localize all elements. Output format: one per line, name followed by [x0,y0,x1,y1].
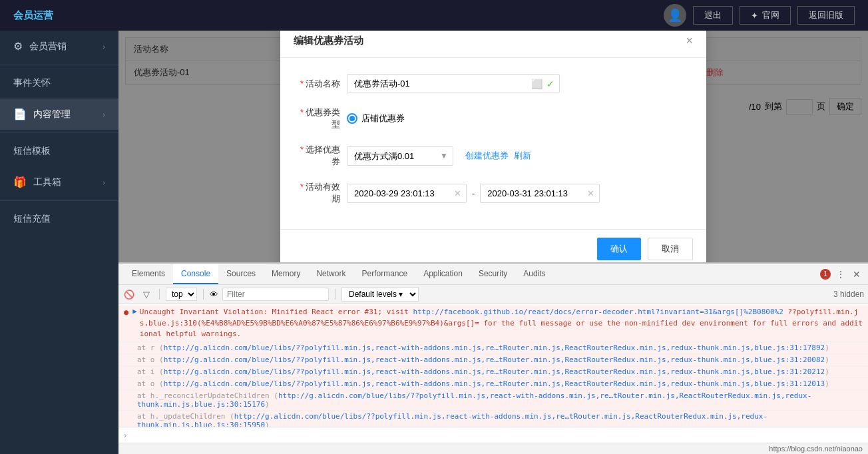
modal-close-button[interactable]: × [686,34,693,48]
level-select[interactable]: Default levels ▾ [341,287,419,302]
date-separator: - [472,188,475,198]
activity-name-input[interactable] [347,74,560,93]
edit-modal: 编辑优惠券活动 × *活动名称 [280,31,706,262]
official-button[interactable]: ✦ 官网 [740,6,791,25]
end-date-input[interactable] [480,184,600,203]
at-text-o2: at o (http://g.alicdn.com/blue/libs/??po… [124,379,829,388]
form-label-validity: *活动有效期 [294,181,347,205]
expand-icon[interactable]: ▶ [132,307,137,316]
hidden-count: 3 hidden [833,290,864,299]
at-text-reconciler: at h._reconcilerUpdateChildren (http://g… [124,391,863,409]
gear-icon: ⚙ [13,40,23,53]
sidebar-label-toolbox: 工具箱 [33,176,61,188]
check-icon[interactable]: ✓ [546,79,554,89]
create-coupon-link[interactable]: 创建优惠券 [465,150,509,162]
settings-icon[interactable]: ⋮ [835,268,847,280]
start-date-input[interactable] [347,184,467,203]
toolbar-sep-1 [159,289,160,300]
sidebar-item-member-marketing[interactable]: ⚙ 会员营销 › [0,31,118,62]
prompt-icon: › [124,430,126,440]
sidebar-divider-3 [0,200,118,201]
at-link-i[interactable]: http://g.alicdn.com/blue/libs/??polyfill… [164,367,825,376]
form-row-validity: *活动有效期 ✕ - [294,181,693,205]
toolbar-sep-3 [335,289,335,300]
console-error-main: ● ▶ Uncaught Invariant Violation: Minifi… [118,306,868,342]
ban-icon[interactable]: 🚫 [122,288,136,301]
modal-body: *活动名称 ⬜ ✓ [280,58,706,229]
tab-performance[interactable]: Performance [353,264,415,284]
close-devtools-icon[interactable]: ✕ [851,268,863,280]
at-link-r[interactable]: http://g.alicdn.com/blue/libs/??polyfill… [164,343,825,352]
console-filter-input[interactable] [222,288,329,301]
coupon-type-radio-group: 店铺优惠券 [347,113,405,124]
sidebar-item-toolbox[interactable]: 🎁 工具箱 › [0,166,118,198]
eye-toggle[interactable]: 👁 [210,290,218,300]
sidebar-label-content-management: 内容管理 [33,109,71,120]
status-bar: https://blog.csdn.net/niaonao [118,443,868,454]
modal-footer: 确认 取消 [280,229,706,262]
sidebar-item-event-care[interactable]: 事件关怀 [0,68,118,99]
at-link-o1[interactable]: http://g.alicdn.com/blue/libs/??polyfill… [164,355,825,364]
sidebar-label-member-marketing: 会员营销 [29,41,67,53]
old-version-button[interactable]: 返回旧版 [797,6,855,25]
chevron-right-icon-3: › [103,178,105,186]
sidebar-item-content-management[interactable]: 📄 内容管理 › [0,99,118,130]
compass-icon: ✦ [751,11,758,21]
at-link-updatechildren[interactable]: http://g.alicdn.com/blue/libs/??polyfill… [137,412,767,427]
chevron-right-icon: › [103,43,105,51]
end-date-wrap: ✕ [480,184,600,203]
top-bar: 会员运营 👤 退出 ✦ 官网 返回旧版 [0,0,868,31]
error-badge: 1 [820,269,831,280]
error-link[interactable]: http://facebook.github.io/react/docs/err… [413,308,783,316]
radio-store-coupon[interactable] [347,113,357,124]
copy-icon[interactable]: ⬜ [531,79,542,89]
sidebar-divider-2 [0,132,118,133]
avatar: 👤 [664,4,686,27]
modal-header: 编辑优惠券活动 × [280,31,706,58]
content-area: 活动名称 关联优惠券 活动状态 操作 优惠券活动-01 优惠方式 [118,31,868,262]
error-count: 1 [820,269,831,280]
gift-icon: 🎁 [13,176,27,188]
console-at-i: at i (http://g.alicdn.com/blue/libs/??po… [118,366,868,378]
required-star-2: * [300,107,304,117]
sidebar-item-sms-template[interactable]: 短信模板 [0,136,118,166]
refresh-link[interactable]: 刷新 [514,150,531,162]
console-output: ● ▶ Uncaught Invariant Violation: Minifi… [118,304,868,427]
status-url: https://blog.csdn.net/niaonao [769,445,863,453]
at-link-o2[interactable]: http://g.alicdn.com/blue/libs/??polyfill… [164,379,825,388]
required-star-3: * [300,144,304,154]
console-input[interactable] [130,431,863,440]
context-select[interactable]: top [166,288,197,301]
app-container: 会员运营 👤 退出 ✦ 官网 返回旧版 ⚙ 会员营销 › [0,0,868,454]
modal-title: 编辑优惠券活动 [294,35,363,47]
sidebar-item-sms-recharge[interactable]: 短信充值 [0,204,118,234]
tab-security[interactable]: Security [471,264,515,284]
confirm-button[interactable]: 确认 [597,238,641,260]
form-row-select-coupon: *选择优惠券 优惠方式满0.01 ▼ 创建优惠券 [294,144,693,168]
console-input-row: › [118,427,868,443]
tab-audits[interactable]: Audits [515,264,553,284]
form-row-activity-name: *活动名称 ⬜ ✓ [294,74,693,93]
tab-memory[interactable]: Memory [264,264,308,284]
tab-elements[interactable]: Elements [124,264,173,284]
top-bar-actions: 👤 退出 ✦ 官网 返回旧版 [664,4,855,27]
at-link-reconciler[interactable]: http://g.alicdn.com/blue/libs/??polyfill… [137,391,811,409]
main-area: ⚙ 会员营销 › 事件关怀 📄 内容管理 › [0,31,868,454]
tab-network[interactable]: Network [308,264,353,284]
tab-sources[interactable]: Sources [218,264,264,284]
start-date-clear[interactable]: ✕ [454,188,461,198]
at-text-r: at r (http://g.alicdn.com/blue/libs/??po… [124,343,829,352]
tab-console[interactable]: Console [173,264,218,284]
end-date-clear[interactable]: ✕ [587,188,594,198]
sidebar-label-sms-recharge: 短信充值 [13,213,51,225]
tab-application[interactable]: Application [415,264,471,284]
radio-label-store-coupon: 店铺优惠券 [361,113,405,124]
logout-button[interactable]: 退出 [693,6,733,25]
cancel-button[interactable]: 取消 [648,238,693,260]
coupon-select[interactable]: 优惠方式满0.01 [347,146,453,166]
required-star-1: * [300,79,304,89]
form-label-coupon-type: *优惠券类型 [294,107,347,130]
filter-toggle-icon[interactable]: ▽ [140,288,153,301]
eye-icon: 👁 [210,290,218,300]
error-text-main: Uncaught Invariant Violation: Minified R… [140,307,863,340]
